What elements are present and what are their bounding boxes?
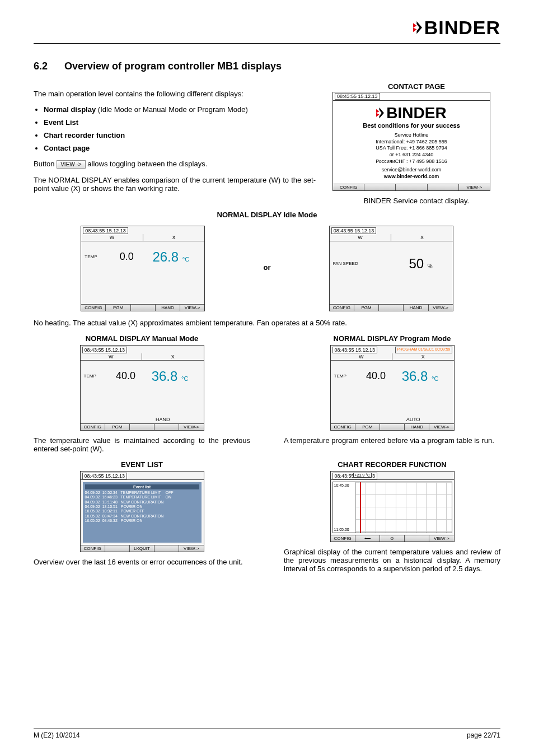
view-button[interactable]: VIEW->: [459, 184, 490, 190]
view-button-inline: VIEW ->: [57, 160, 86, 169]
eventlist-note: Overview over the last 16 events or erro…: [34, 558, 250, 566]
program-panel: 08:43:55 15.12.13 PROGRAM 01/SEC1 00:09:…: [330, 345, 455, 431]
manual-panel: 08:43:55 15.12.13 WX TEMP 40.0 36.8 °C H…: [80, 345, 204, 431]
fan-label: FAN SPEED: [333, 261, 372, 266]
mode-indicator: HAND: [156, 417, 170, 422]
setpoint-value: 0.0: [113, 251, 140, 263]
hand-button[interactable]: HAND: [156, 305, 180, 311]
list-item: Event List: [44, 118, 316, 127]
pgm-button[interactable]: PGM: [106, 305, 130, 311]
eventlist-panel: 08:43:55 15.12.13 Event list 04.09.02 16…: [80, 471, 204, 552]
logo-icon: [413, 21, 422, 34]
contact-logo: BINDER: [333, 104, 490, 122]
contact-slogan: Best conditions for your success: [333, 122, 490, 129]
list-item: Chart recorder function: [44, 131, 316, 139]
lkquit-button[interactable]: LKQUIT: [130, 545, 154, 552]
fan-value: 50 %: [372, 256, 449, 272]
actual-value: 26.8 °C: [140, 249, 201, 265]
config-button[interactable]: CONFIG: [81, 305, 106, 311]
svg-marker-4: [376, 113, 380, 117]
chartrec-panel: 08:43:55 15.12.13 +23,9 °C 10:45.00 11:0…: [330, 471, 455, 542]
list-item: Normal display (Idle Mode or Manual Mode…: [44, 105, 316, 114]
header-rule: [34, 43, 500, 44]
program-caption: NORMAL DISPLAY Program Mode: [284, 334, 500, 343]
chartrec-caption: CHART RECORDER FUNCTION: [284, 460, 500, 469]
idle-note: No heating. The actual value (X) approxi…: [34, 319, 500, 327]
contact-timestamp-bar: 08:43:55 15.12.13: [333, 92, 490, 101]
brand-logo: BINDER: [413, 17, 500, 39]
idle-temp-panel: 08:43:55 15.12.13 WX TEMP 0.0 26.8 °C CO…: [81, 226, 205, 311]
idle-caption: NORMAL DISPLAY Idle Mode: [34, 211, 500, 219]
button-explain: Button VIEW -> allows toggling between t…: [34, 160, 316, 169]
temp-label: TEMP: [85, 254, 113, 259]
svg-marker-2: [416, 21, 422, 34]
or-separator: or: [264, 263, 271, 272]
svg-marker-3: [376, 109, 380, 113]
program-note: A temperature program entered before via…: [284, 436, 500, 445]
page-footer: M (E2) 10/2014 page 22/71: [34, 729, 500, 739]
view-button[interactable]: VIEW->: [180, 305, 204, 311]
chart-current-value: +23,9 °C: [353, 473, 372, 478]
contact-panel: 08:43:55 15.12.13 BINDER Best conditions…: [332, 92, 490, 191]
timestamp: 08:43:55 15.12.13: [83, 227, 128, 234]
idle-fan-panel: 08:43:55 15.12.13 WX FAN SPEED 50 % CONF…: [329, 226, 453, 311]
program-status: PROGRAM 01/SEC1 00:09:59: [395, 347, 452, 353]
svg-marker-1: [413, 27, 416, 32]
section-title: Overview of program controller MB1 displ…: [64, 60, 282, 72]
list-item: Contact page: [44, 144, 316, 152]
logo-icon: [376, 108, 384, 119]
section-number: 6.2: [34, 60, 62, 72]
footer-right: page 22/71: [467, 731, 500, 739]
manual-caption: NORMAL DISPLAY Manual Mode: [34, 334, 250, 343]
contact-footer: CONFIG VIEW->: [333, 184, 490, 190]
contact-caption: CONTACT PAGE: [332, 82, 500, 91]
chart-cursor-line: [360, 482, 361, 533]
event-box: Event list 04.09.02 16:52:34 TEMPERATURE…: [83, 482, 202, 543]
svg-marker-5: [380, 108, 384, 119]
normal-display-note: The NORMAL DISPLAY enables comparison of…: [34, 176, 316, 193]
footer-left: M (E2) 10/2014: [34, 731, 80, 739]
mode-indicator: AUTO: [406, 417, 420, 422]
display-list: Normal display (Idle Mode or Manual Mode…: [44, 105, 316, 152]
contact-subcaption: BINDER Service contact display.: [332, 197, 500, 205]
brand-text: BINDER: [424, 17, 500, 39]
eventlist-caption: EVENT LIST: [34, 460, 250, 469]
page-header: BINDER: [34, 17, 500, 39]
chart-area: 10:45.00 11:05.00: [332, 482, 452, 533]
contact-body: Service Hotline International: +49 7462 …: [333, 132, 490, 184]
zoom-icon[interactable]: ⊙: [380, 535, 405, 542]
manual-note: The temperature value is maintained acco…: [34, 436, 250, 453]
intro-text: The main operation level contains the fo…: [34, 90, 316, 98]
config-button[interactable]: CONFIG: [333, 184, 364, 190]
svg-marker-0: [413, 24, 416, 28]
section-heading: 6.2 Overview of program controller MB1 d…: [34, 60, 500, 72]
scroll-left-icon[interactable]: ⟵: [355, 535, 380, 542]
chartrec-note: Graphical display of the current tempera…: [284, 548, 500, 573]
